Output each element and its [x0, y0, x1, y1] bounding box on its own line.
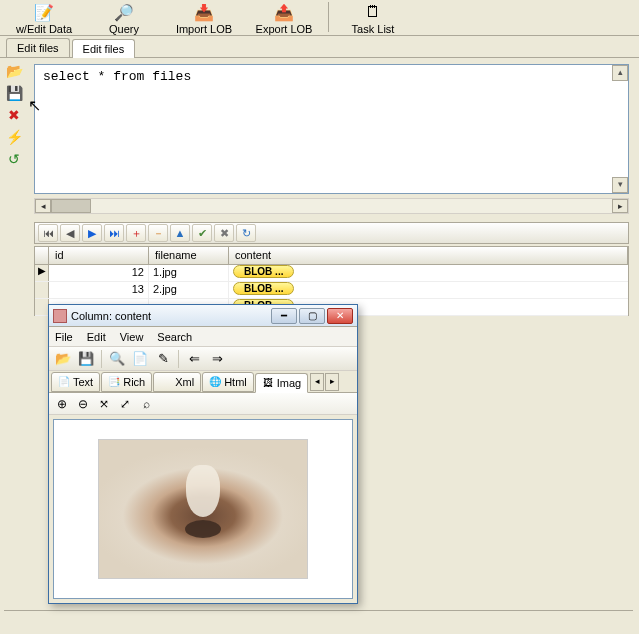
- main-toolbar: 📝 w/Edit Data 🔎 Query 📥 Import LOB 📤 Exp…: [0, 0, 639, 36]
- grid-nav-btn-6[interactable]: ▲: [170, 224, 190, 242]
- scroll-up-button[interactable]: ▴: [612, 65, 628, 81]
- toolbar-query[interactable]: 🔎 Query: [84, 0, 164, 35]
- zoom-btn-1[interactable]: ⊖: [74, 395, 92, 413]
- toolbar-task-list[interactable]: 🗒 Task List: [333, 0, 413, 35]
- grid-nav-btn-9[interactable]: ↻: [236, 224, 256, 242]
- cell-filename[interactable]: 2.jpg: [149, 282, 229, 298]
- grid-nav-btn-5[interactable]: －: [148, 224, 168, 242]
- menu-search[interactable]: Search: [157, 331, 192, 343]
- cell-content[interactable]: BLOB ...: [229, 282, 628, 298]
- grid-nav-btn-3[interactable]: ⏭: [104, 224, 124, 242]
- popup-content-area: [53, 419, 353, 599]
- grid-header-content[interactable]: content: [229, 247, 628, 264]
- grid-header-filename[interactable]: filename: [149, 247, 229, 264]
- format-tab-text[interactable]: 📄Text: [51, 372, 100, 392]
- sql-editor-wrap: ▴ ▾: [34, 64, 629, 194]
- delete-icon[interactable]: ✖: [5, 106, 23, 124]
- prev-icon[interactable]: ⇐: [184, 349, 204, 369]
- toolbar-separator: [328, 2, 329, 32]
- tab-edit-files-1[interactable]: Edit files: [6, 38, 70, 57]
- scroll-track[interactable]: [51, 199, 612, 213]
- cell-content[interactable]: BLOB ...: [229, 265, 628, 281]
- tabs-scroll-right[interactable]: ▸: [325, 373, 339, 391]
- toolbar-separator: [178, 350, 179, 368]
- left-toolbar: 📂💾✖⚡↺: [4, 62, 24, 168]
- tab-label: Imag: [277, 377, 301, 389]
- toolbar-edit-data[interactable]: 📝 w/Edit Data: [4, 0, 84, 35]
- zoom-btn-4[interactable]: ⌕: [137, 395, 155, 413]
- zoom-btn-0[interactable]: ⊕: [53, 395, 71, 413]
- task-list-icon: 🗒: [363, 2, 383, 22]
- tabs-scroll-left[interactable]: ◂: [310, 373, 324, 391]
- scroll-left-button[interactable]: ◂: [35, 199, 51, 213]
- zoom-btn-2[interactable]: ⤧: [95, 395, 113, 413]
- format-tab-imag[interactable]: 🖼Imag: [255, 373, 308, 393]
- sql-editor[interactable]: [35, 65, 628, 193]
- document-tabs: Edit files Edit files: [0, 36, 639, 58]
- tab-label: Rich: [123, 376, 145, 388]
- rich-tab-icon: 📑: [108, 376, 120, 388]
- popup-titlebar[interactable]: Column: content ━ ▢ ✕: [49, 305, 357, 327]
- maximize-button[interactable]: ▢: [299, 308, 325, 324]
- xml-tab-icon: [160, 376, 172, 388]
- cell-id[interactable]: 12: [49, 265, 149, 281]
- grid-nav-btn-7[interactable]: ✔: [192, 224, 212, 242]
- blob-image[interactable]: [98, 439, 308, 579]
- next-icon[interactable]: ⇒: [207, 349, 227, 369]
- execute-icon[interactable]: ⚡: [5, 128, 23, 146]
- popup-zoom-toolbar: ⊕⊖⤧⤢⌕: [49, 393, 357, 415]
- tab-label: Text: [73, 376, 93, 388]
- save-icon[interactable]: 💾: [5, 84, 23, 102]
- table-row[interactable]: 132.jpgBLOB ...: [35, 282, 628, 299]
- popup-title: Column: content: [71, 310, 271, 322]
- blob-viewer-window: Column: content ━ ▢ ✕ File Edit View Sea…: [48, 304, 358, 604]
- status-bar: [4, 610, 633, 628]
- format-tab-rich[interactable]: 📑Rich: [101, 372, 152, 392]
- scroll-right-button[interactable]: ▸: [612, 199, 628, 213]
- refresh-icon[interactable]: ↺: [5, 150, 23, 168]
- grid-nav-btn-1[interactable]: ◀: [60, 224, 80, 242]
- scroll-down-button[interactable]: ▾: [612, 177, 628, 193]
- grid-nav-btn-2[interactable]: ▶: [82, 224, 102, 242]
- menu-file[interactable]: File: [55, 331, 73, 343]
- zoom-btn-3[interactable]: ⤢: [116, 395, 134, 413]
- page-icon[interactable]: 📄: [130, 349, 150, 369]
- find-icon[interactable]: 🔍: [107, 349, 127, 369]
- popup-format-tabs: 📄Text📑RichXml🌐Html🖼Imag◂▸: [49, 371, 357, 393]
- open-icon[interactable]: 📂: [5, 62, 23, 80]
- query-icon: 🔎: [114, 2, 134, 22]
- grid-header-id[interactable]: id: [49, 247, 149, 264]
- save-icon[interactable]: 💾: [76, 349, 96, 369]
- grid-nav-btn-4[interactable]: ＋: [126, 224, 146, 242]
- text-tab-icon: 📄: [58, 376, 70, 388]
- edit-icon[interactable]: ✎: [153, 349, 173, 369]
- grid-nav-btn-8[interactable]: ✖: [214, 224, 234, 242]
- scroll-thumb[interactable]: [51, 199, 91, 213]
- horizontal-scrollbar[interactable]: ◂ ▸: [34, 198, 629, 214]
- format-tab-xml[interactable]: Xml: [153, 372, 201, 392]
- popup-toolbar: 📂💾🔍📄✎⇐⇒: [49, 347, 357, 371]
- row-marker: [35, 299, 49, 315]
- popup-menubar: File Edit View Search: [49, 327, 357, 347]
- menu-edit[interactable]: Edit: [87, 331, 106, 343]
- toolbar-export-lob[interactable]: 📤 Export LOB: [244, 0, 324, 35]
- cell-filename[interactable]: 1.jpg: [149, 265, 229, 281]
- grid-nav-btn-0[interactable]: ⏮: [38, 224, 58, 242]
- table-row[interactable]: ▶121.jpgBLOB ...: [35, 265, 628, 282]
- open-icon[interactable]: 📂: [53, 349, 73, 369]
- blob-button[interactable]: BLOB ...: [233, 265, 294, 278]
- blob-button[interactable]: BLOB ...: [233, 282, 294, 295]
- grid-header: id filename content: [35, 247, 628, 265]
- format-tab-html[interactable]: 🌐Html: [202, 372, 254, 392]
- export-lob-icon: 📤: [274, 2, 294, 22]
- tab-edit-files-2[interactable]: Edit files: [72, 39, 136, 58]
- minimize-button[interactable]: ━: [271, 308, 297, 324]
- imag-tab-icon: 🖼: [262, 377, 274, 389]
- close-button[interactable]: ✕: [327, 308, 353, 324]
- import-lob-icon: 📥: [194, 2, 214, 22]
- grid-header-marker[interactable]: [35, 247, 49, 264]
- cell-id[interactable]: 13: [49, 282, 149, 298]
- tab-label: Xml: [175, 376, 194, 388]
- toolbar-import-lob[interactable]: 📥 Import LOB: [164, 0, 244, 35]
- menu-view[interactable]: View: [120, 331, 144, 343]
